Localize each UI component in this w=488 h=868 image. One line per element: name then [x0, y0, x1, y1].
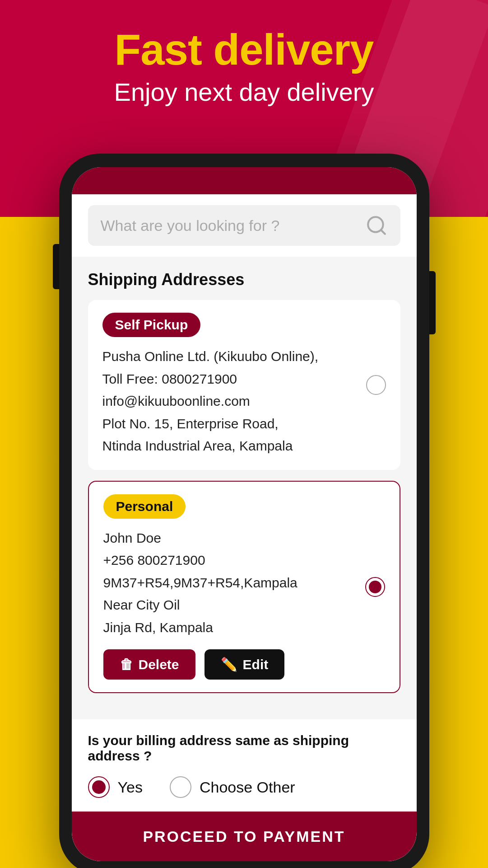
search-box[interactable]: What are you looking for ? [88, 205, 400, 246]
personal-address: John Doe +256 800271900 9M37+R54,9M37+R5… [103, 527, 385, 639]
personal-radio-inner [369, 581, 381, 593]
delete-button[interactable]: 🗑 Delete [103, 649, 195, 680]
billing-question: Is your billing address same as shipping… [88, 733, 400, 764]
phone-screen: What are you looking for ? Shipping Addr… [72, 167, 417, 861]
billing-yes-option[interactable]: Yes [88, 776, 143, 798]
content-area: Shipping Addresses Self Pickup Pusha Onl… [72, 257, 417, 718]
page-subtitle: Enjoy next day delivery [0, 77, 488, 107]
edit-button[interactable]: ✏️ Edit [204, 649, 285, 680]
section-title: Shipping Addresses [88, 270, 400, 289]
search-icon [365, 214, 388, 237]
phone-frame: What are you looking for ? Shipping Addr… [59, 154, 429, 868]
svg-line-1 [381, 230, 385, 234]
self-pickup-radio[interactable] [366, 375, 386, 395]
screen-topbar [72, 167, 417, 194]
self-pickup-card[interactable]: Self Pickup Pusha Online Ltd. (Kikuubo O… [88, 300, 400, 470]
search-container: What are you looking for ? [72, 194, 417, 257]
billing-other-option[interactable]: Choose Other [170, 776, 295, 798]
personal-tag: Personal [103, 494, 186, 519]
self-pickup-tag: Self Pickup [102, 313, 201, 337]
proceed-bar[interactable]: PROCEED TO PAYMENT [72, 812, 417, 861]
action-buttons: 🗑 Delete ✏️ Edit [103, 649, 385, 680]
personal-radio[interactable] [365, 577, 385, 597]
search-input[interactable]: What are you looking for ? [101, 217, 365, 235]
trash-icon: 🗑 [120, 657, 133, 672]
personal-card[interactable]: Personal John Doe +256 800271900 9M37+R5… [88, 481, 400, 694]
billing-section: Is your billing address same as shipping… [72, 719, 417, 812]
billing-yes-label: Yes [118, 779, 143, 796]
billing-other-label: Choose Other [200, 779, 295, 796]
billing-other-radio[interactable] [170, 776, 191, 798]
billing-yes-radio[interactable] [88, 776, 110, 798]
billing-yes-radio-inner [92, 780, 106, 794]
edit-icon: ✏️ [221, 657, 237, 672]
self-pickup-address: Pusha Online Ltd. (Kikuubo Online), Toll… [102, 345, 386, 457]
page-title: Fast delivery [0, 27, 488, 73]
header-area: Fast delivery Enjoy next day delivery [0, 27, 488, 107]
billing-options: Yes Choose Other [88, 776, 400, 798]
phone-mockup: What are you looking for ? Shipping Addr… [59, 154, 429, 868]
proceed-text: PROCEED TO PAYMENT [143, 828, 345, 845]
